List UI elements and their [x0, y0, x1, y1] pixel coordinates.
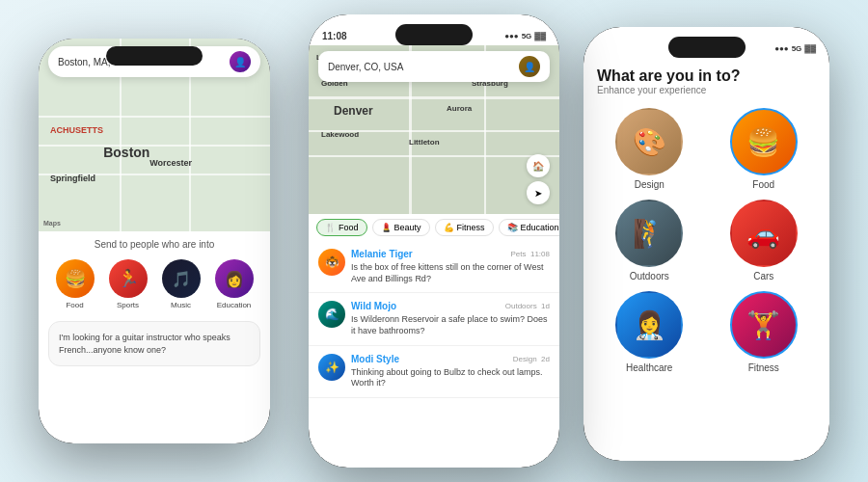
c-aurora: Aurora — [447, 104, 472, 113]
pill-education[interactable]: 📚 Education — [499, 219, 559, 236]
pill-fitness-emoji: 💪 — [444, 223, 454, 232]
right-network-icon: 5G — [792, 44, 802, 53]
phone-left-screen: ACHUSETTS Boston Springfield Worcester M… — [39, 39, 270, 443]
center-user-avatar: 👤 — [519, 56, 540, 77]
msg-category-3: Design — [513, 355, 537, 363]
msg-header-1: Melanie Tiger Pets 11:08 — [351, 249, 550, 259]
msg-time-3: 2d — [541, 355, 550, 363]
cat-fitness-label: Fitness — [748, 362, 779, 373]
center-search-bar[interactable]: Denver, CO, USA 👤 — [318, 51, 550, 82]
cat-cars-emoji: 🚗 — [746, 218, 780, 250]
pill-beauty-emoji: 💄 — [381, 223, 392, 232]
msg-text-3: Thinking about going to Bulbz to check o… — [351, 367, 550, 389]
message-item-1[interactable]: 🐯 Melanie Tiger Pets 11:08 Is the box of… — [309, 241, 559, 293]
phone-right: ●●● 5G ▓▓ What are you in to? Enhance yo… — [583, 27, 829, 461]
center-status-icons: ●●● 5G ▓▓ — [504, 32, 546, 40]
signal-icon: ●●● — [504, 32, 519, 40]
cat-grid-fitness[interactable]: 🏋️ Fitness — [712, 291, 817, 373]
categories-grid: 🎨 Design 🍔 Food 🧗 Outdoors — [583, 100, 829, 381]
center-messages-list: 🐯 Melanie Tiger Pets 11:08 Is the box of… — [309, 241, 559, 398]
c-lakewood: Lakewood — [321, 130, 359, 139]
cat-education-icon: 👩 — [215, 259, 254, 298]
city-springfield-label: Springfield — [50, 174, 95, 183]
cat-item-sports[interactable]: 🏃 Sports — [109, 259, 148, 309]
msg-avatar-3: ✨ — [318, 354, 345, 381]
phone-center: 11:08 ●●● 5G ▓▓ Lyons Denver Golden Lake… — [309, 14, 559, 468]
c-road-h3 — [309, 155, 559, 157]
msg-sender-3: Modi Style — [351, 354, 399, 364]
phones-container: ACHUSETTS Boston Springfield Worcester M… — [0, 0, 868, 482]
left-content: Send to people who are into 🍔 Food 🏃 Spo… — [39, 231, 270, 374]
center-map: Lyons Denver Golden Lakewood Aurora Litt… — [309, 45, 559, 214]
msg-meta-1: Pets 11:08 — [511, 250, 551, 258]
cat-design-emoji: 🎨 — [633, 126, 666, 158]
cat-item-music[interactable]: 🎵 Music — [162, 259, 201, 309]
msg-content-2: Wild Mojo Outdoors 1d Is Wilderonn Reser… — [351, 301, 550, 336]
right-subtitle: Enhance your experience — [597, 85, 816, 95]
notch-left — [106, 46, 203, 66]
send-people-text: Send to people who are into — [48, 239, 260, 250]
cat-food-circle: 🍔 — [730, 108, 798, 175]
right-header: What are you in to? Enhance your experie… — [583, 58, 829, 100]
cat-item-education[interactable]: 👩 Education — [215, 259, 254, 309]
cat-music-label: Music — [171, 301, 191, 309]
cat-healthcare-circle: 👩‍⚕️ — [615, 291, 683, 359]
cat-outdoors-emoji: 🧗 — [633, 218, 666, 250]
dynamic-island-center — [395, 24, 473, 45]
pill-beauty[interactable]: 💄 Beauty — [372, 219, 430, 236]
msg-sender-2: Wild Mojo — [351, 301, 396, 311]
dynamic-island-right — [668, 37, 746, 58]
pill-education-emoji: 📚 — [507, 223, 518, 232]
pill-food-emoji: 🍴 — [325, 223, 336, 232]
msg-row-1: 🐯 Melanie Tiger Pets 11:08 Is the box of… — [318, 249, 550, 284]
right-status-icons: ●●● 5G ▓▓ — [774, 44, 816, 53]
msg-text-2: Is Wilderonn Reservoir a safe place to s… — [351, 314, 550, 336]
msg-text-1: Is the box of free kittens still on the … — [351, 262, 550, 284]
city-worcester-label: Worcester — [149, 158, 192, 168]
road-h2 — [39, 145, 270, 147]
cat-grid-design[interactable]: 🎨 Design — [597, 108, 702, 190]
phone-left: ACHUSETTS Boston Springfield Worcester M… — [39, 39, 270, 443]
phone-center-screen: 11:08 ●●● 5G ▓▓ Lyons Denver Golden Lake… — [309, 14, 559, 468]
c-road-h1 — [309, 96, 559, 99]
cat-healthcare-emoji: 👩‍⚕️ — [633, 309, 666, 341]
cat-grid-healthcare[interactable]: 👩‍⚕️ Healthcare — [597, 291, 702, 373]
msg-row-3: ✨ Modi Style Design 2d Thinking about go… — [318, 354, 550, 389]
pill-fitness-label: Fitness — [457, 223, 485, 232]
cat-design-label: Design — [635, 179, 665, 190]
msg-avatar-2: 🌊 — [318, 301, 345, 328]
msg-time-1: 11:08 — [530, 250, 550, 258]
cat-outdoors-label: Outdoors — [630, 271, 669, 281]
cat-item-food[interactable]: 🍔 Food — [56, 259, 95, 309]
cat-education-label: Education — [217, 301, 252, 309]
message-item-2[interactable]: 🌊 Wild Mojo Outdoors 1d Is Wilderonn Res… — [309, 293, 559, 345]
center-pills: 🍴 Food 💄 Beauty 💪 Fitness 📚 Education — [309, 214, 559, 241]
category-icons-row: 🍔 Food 🏃 Sports 🎵 Music 👩 — [48, 259, 260, 309]
msg-content-3: Modi Style Design 2d Thinking about goin… — [351, 354, 550, 389]
city-boston-label: Boston — [103, 145, 149, 160]
cat-music-icon: 🎵 — [162, 259, 201, 298]
cat-grid-food[interactable]: 🍔 Food — [712, 108, 817, 190]
pill-food[interactable]: 🍴 Food — [316, 219, 367, 236]
cat-food-emoji: 🍔 — [746, 126, 780, 158]
cat-food-icon: 🍔 — [56, 259, 95, 298]
c-denver: Denver — [334, 104, 373, 118]
left-user-avatar: 👤 — [230, 51, 251, 72]
pill-fitness[interactable]: 💪 Fitness — [435, 219, 494, 236]
msg-category-1: Pets — [511, 250, 527, 258]
cat-sports-label: Sports — [117, 301, 139, 309]
cat-outdoors-circle: 🧗 — [615, 200, 683, 267]
msg-time-2: 1d — [541, 302, 550, 310]
left-map: ACHUSETTS Boston Springfield Worcester M… — [39, 39, 270, 231]
pill-beauty-label: Beauty — [394, 223, 421, 232]
network-icon: 5G — [522, 32, 532, 40]
cat-grid-outdoors[interactable]: 🧗 Outdoors — [597, 200, 702, 281]
location-icon[interactable]: ➤ — [527, 181, 550, 204]
cat-grid-cars[interactable]: 🚗 Cars — [712, 200, 817, 281]
guitar-input-area[interactable]: I'm looking for a guitar instructor who … — [48, 321, 260, 366]
msg-category-2: Outdoors — [505, 302, 537, 310]
message-item-3[interactable]: ✨ Modi Style Design 2d Thinking about go… — [309, 346, 559, 398]
msg-meta-3: Design 2d — [513, 355, 550, 363]
home-icon[interactable]: 🏠 — [527, 154, 550, 177]
msg-header-3: Modi Style Design 2d — [351, 354, 550, 364]
